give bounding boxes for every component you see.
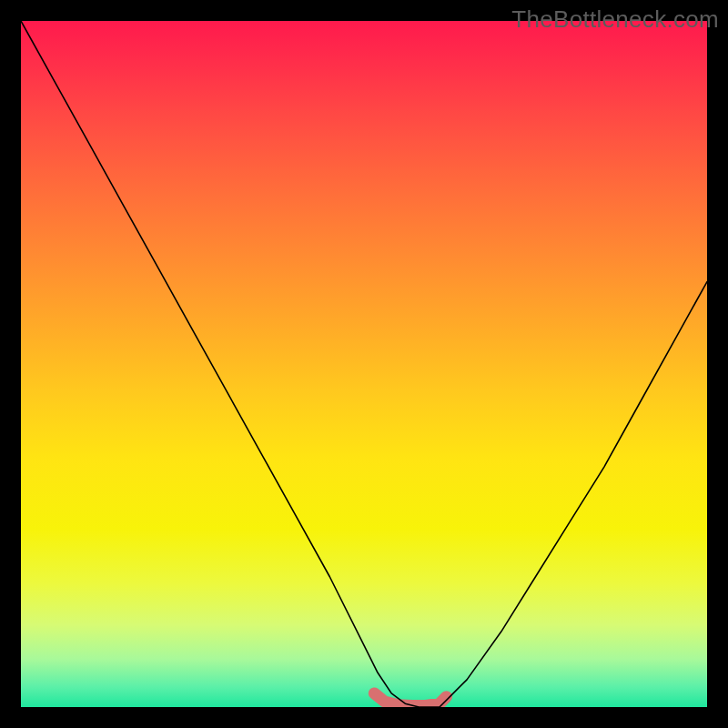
watermark-text: TheBottleneck.com (511, 5, 719, 34)
plot-area (21, 21, 707, 707)
chart-svg (21, 21, 707, 707)
curve-path (21, 21, 707, 707)
chart-stage: TheBottleneck.com (0, 0, 728, 728)
highlight-plateau-path (374, 693, 446, 706)
